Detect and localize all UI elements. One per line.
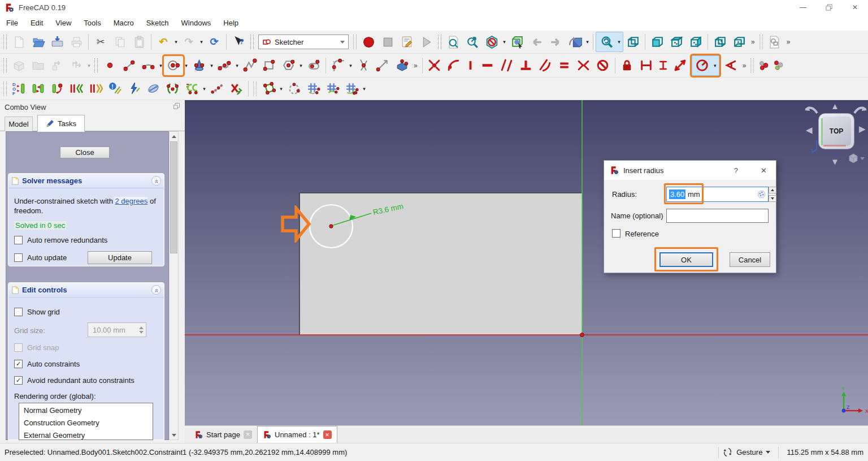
view-select-icon[interactable] bbox=[507, 32, 527, 51]
cut-icon[interactable]: ✂ bbox=[91, 32, 110, 51]
toolbar-grip[interactable] bbox=[353, 35, 357, 49]
radius-value-selected[interactable]: 3.60 bbox=[669, 189, 685, 199]
constraint-radius-group[interactable]: ▾ bbox=[692, 55, 719, 76]
tab-close-icon[interactable]: ✕ bbox=[323, 430, 332, 439]
list-item[interactable]: Normal Geometry bbox=[19, 403, 153, 417]
toolbar-grip[interactable] bbox=[253, 81, 257, 96]
nav-style-dropdown-icon[interactable] bbox=[766, 451, 770, 454]
auto-constraints-checkbox[interactable]: ✓ bbox=[14, 360, 23, 368]
constraint-perpendicular-icon[interactable] bbox=[517, 56, 536, 75]
menu-edit[interactable]: Edit bbox=[24, 15, 49, 31]
make-sub-link-icon[interactable] bbox=[67, 56, 86, 75]
select-constraints-icon[interactable] bbox=[28, 79, 47, 98]
constraint-coincident-icon[interactable] bbox=[425, 56, 444, 75]
toolbar-grip[interactable] bbox=[3, 58, 7, 73]
construction-mode-icon[interactable] bbox=[284, 79, 303, 98]
nav-down-arrow-icon[interactable]: ▼ bbox=[831, 157, 839, 166]
select-malformed-constraints-icon[interactable]: ! bbox=[105, 79, 124, 98]
nav-left-arrow-icon[interactable]: ◀ bbox=[806, 126, 813, 134]
float-panel-icon[interactable] bbox=[173, 102, 180, 111]
avoid-redundant-checkbox[interactable]: ✓ bbox=[14, 376, 23, 385]
dropdown-arrow-icon[interactable]: ▾ bbox=[616, 39, 622, 45]
overflow-button[interactable]: » bbox=[740, 62, 749, 70]
select-conflicting-constraints-icon[interactable] bbox=[86, 79, 105, 98]
nav-menu-arrow-icon[interactable] bbox=[860, 157, 865, 160]
auto-update-checkbox[interactable] bbox=[14, 253, 23, 262]
view-right-icon[interactable] bbox=[686, 32, 705, 51]
toolbar-grip[interactable] bbox=[750, 58, 754, 73]
grid-snap-checkbox[interactable] bbox=[14, 343, 23, 352]
nav-rotate-right-icon[interactable] bbox=[853, 105, 868, 117]
virtual-space-icon[interactable] bbox=[182, 79, 201, 98]
overflow-button[interactable]: » bbox=[784, 38, 793, 46]
auto-remove-redundants-checkbox[interactable] bbox=[14, 236, 23, 244]
sketch-trim-icon[interactable] bbox=[354, 56, 373, 75]
view-bottom-icon[interactable] bbox=[730, 32, 749, 51]
update-button[interactable]: Update bbox=[88, 251, 152, 264]
external-geometry-icon[interactable] bbox=[392, 56, 411, 75]
close-button[interactable]: ✕ bbox=[842, 0, 868, 15]
fit-selection-icon[interactable] bbox=[463, 32, 482, 51]
dropdown-arrow-icon[interactable]: ▾ bbox=[158, 63, 164, 68]
scroll-up-icon[interactable] bbox=[170, 132, 178, 141]
dialog-title-bar[interactable]: Insert radius ? ✕ bbox=[604, 161, 776, 180]
dialog-help-button[interactable]: ? bbox=[734, 166, 738, 175]
print-icon[interactable] bbox=[67, 32, 86, 51]
cancel-button[interactable]: Cancel bbox=[730, 252, 770, 267]
constraint-distance-icon[interactable] bbox=[671, 56, 690, 75]
macro-record-icon[interactable] bbox=[359, 32, 378, 51]
menu-sketch[interactable]: Sketch bbox=[140, 15, 175, 31]
ok-button[interactable]: OK bbox=[659, 252, 713, 267]
toggle-reference-constraint-icon[interactable] bbox=[771, 56, 785, 75]
sketch-polyline-icon[interactable] bbox=[240, 56, 259, 75]
toolbar-grip[interactable] bbox=[250, 35, 254, 49]
show-dof-icon[interactable]: DOF bbox=[9, 79, 28, 98]
radius-input[interactable]: 3.60 mm bbox=[666, 187, 769, 202]
show-bspline-degree-icon[interactable] bbox=[303, 79, 323, 98]
constraint-equal-icon[interactable] bbox=[555, 56, 574, 75]
paste-icon[interactable] bbox=[129, 32, 149, 51]
dropdown-arrow-icon[interactable]: ▾ bbox=[348, 63, 354, 68]
zoom-sync-group[interactable]: ▾ bbox=[596, 32, 623, 52]
constraint-tangent-icon[interactable] bbox=[536, 56, 555, 75]
refresh-icon[interactable]: ⟳ bbox=[205, 32, 224, 51]
dropdown-arrow-icon[interactable]: ▾ bbox=[209, 63, 215, 68]
solver-messages-header[interactable]: Solver messages bbox=[8, 174, 164, 188]
tab-document[interactable]: Unnamed : 1* ✕ bbox=[257, 426, 337, 443]
constraint-vertical-distance-icon[interactable] bbox=[656, 56, 671, 75]
dropdown-arrow-icon[interactable]: ▾ bbox=[361, 86, 367, 92]
view-axonometric-icon[interactable] bbox=[623, 32, 643, 51]
dropdown-arrow-icon[interactable]: ▾ bbox=[198, 39, 205, 45]
new-document-icon[interactable] bbox=[9, 32, 28, 51]
restore-button[interactable] bbox=[816, 0, 842, 15]
dropdown-arrow-icon[interactable]: ▾ bbox=[501, 39, 507, 45]
constraint-symmetric-icon[interactable] bbox=[574, 56, 593, 75]
sketch-polygon-icon[interactable] bbox=[279, 56, 298, 75]
constraint-angle-icon[interactable] bbox=[721, 56, 740, 75]
constraint-block-icon[interactable] bbox=[593, 56, 613, 75]
grid-size-spinbox[interactable]: 10.00 mm bbox=[88, 322, 146, 337]
panel-scrollbar[interactable] bbox=[169, 131, 179, 440]
nav-up-arrow-icon[interactable]: ▲ bbox=[831, 102, 839, 110]
toolbar-grip[interactable] bbox=[3, 81, 7, 96]
sketch-point-icon[interactable] bbox=[100, 56, 119, 75]
edit-geometry-icon[interactable] bbox=[259, 79, 278, 98]
gesture-nav-icon[interactable] bbox=[722, 447, 733, 458]
rendering-order-list[interactable]: Normal Geometry Construction Geometry Ex… bbox=[19, 403, 153, 440]
tab-model[interactable]: Model bbox=[5, 117, 33, 131]
sketch-arc-icon[interactable] bbox=[138, 56, 158, 75]
open-icon[interactable] bbox=[28, 32, 47, 51]
bspline-control-points-icon[interactable] bbox=[207, 79, 227, 98]
part-box-icon[interactable] bbox=[9, 56, 28, 75]
internal-alignment-icon[interactable] bbox=[144, 79, 163, 98]
select-redundant-constraints-icon[interactable] bbox=[67, 79, 86, 98]
constraint-radius-icon[interactable] bbox=[693, 56, 712, 75]
view-back-icon[interactable] bbox=[527, 32, 546, 51]
view-front-icon[interactable] bbox=[648, 32, 667, 51]
fit-all-icon[interactable] bbox=[444, 32, 463, 51]
dialog-close-button[interactable]: ✕ bbox=[761, 166, 767, 175]
menu-windows[interactable]: Windows bbox=[175, 15, 218, 31]
constraint-parallel-icon[interactable] bbox=[497, 56, 517, 75]
dropdown-arrow-icon[interactable]: ▾ bbox=[278, 86, 284, 92]
whats-this-icon[interactable]: ? bbox=[229, 32, 248, 51]
